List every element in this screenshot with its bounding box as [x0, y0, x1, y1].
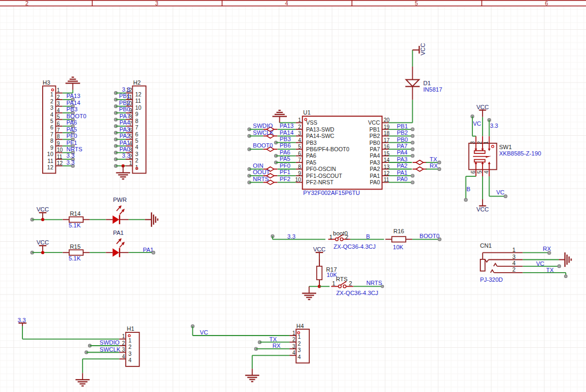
svg-text:BOOT0: BOOT0 [67, 113, 86, 119]
svg-text:VSS: VSS [306, 119, 317, 126]
svg-text:10: 10 [57, 147, 63, 153]
svg-text:OIN: OIN [253, 162, 263, 169]
svg-text:XKB8585-Z-190: XKB8585-Z-190 [499, 150, 541, 157]
svg-text:5.1K: 5.1K [69, 222, 81, 228]
svg-text:ZX-QC36-4.3CJ: ZX-QC36-4.3CJ [336, 290, 378, 296]
svg-text:5: 5 [298, 144, 301, 150]
svg-text:10: 10 [47, 151, 53, 157]
svg-text:PB2: PB2 [397, 129, 408, 136]
svg-text:1: 1 [292, 330, 295, 336]
svg-text:8: 8 [50, 137, 53, 144]
svg-text:5: 5 [57, 114, 60, 120]
svg-text:PA1: PA1 [119, 140, 130, 146]
svg-text:PB3: PB3 [67, 106, 78, 112]
svg-text:H2: H2 [133, 79, 141, 86]
svg-text:4: 4 [285, 0, 288, 6]
svg-text:PB6/PF4-BOOT0: PB6/PF4-BOOT0 [306, 146, 349, 152]
svg-text:VCC: VCC [36, 239, 49, 246]
svg-text:PB1: PB1 [397, 123, 408, 129]
svg-text:9: 9 [57, 141, 60, 146]
svg-text:PB3: PB3 [306, 140, 317, 146]
svg-text:4: 4 [57, 108, 60, 113]
svg-text:PF0: PF0 [280, 162, 291, 169]
svg-text:3.3: 3.3 [122, 86, 130, 93]
svg-text:PA7: PA7 [397, 143, 407, 149]
svg-text:5: 5 [50, 118, 53, 124]
svg-text:2: 2 [512, 266, 516, 273]
svg-text:3: 3 [292, 344, 295, 349]
svg-text:PA14: PA14 [280, 129, 294, 136]
svg-text:3: 3 [57, 101, 60, 107]
svg-text:3: 3 [135, 151, 139, 157]
svg-text:7: 7 [135, 124, 139, 130]
svg-text:7: 7 [57, 127, 60, 133]
svg-text:PA13: PA13 [280, 123, 294, 129]
svg-text:VCC: VCC [476, 104, 488, 110]
svg-text:PB6: PB6 [280, 142, 291, 149]
svg-text:SW1: SW1 [499, 144, 512, 150]
svg-text:4: 4 [512, 260, 516, 266]
svg-text:RX: RX [543, 246, 551, 252]
svg-text:PA1: PA1 [370, 173, 380, 179]
svg-text:R14: R14 [70, 210, 81, 217]
svg-text:4: 4 [484, 170, 489, 174]
svg-text:3: 3 [50, 104, 53, 111]
svg-text:PA14: PA14 [67, 100, 81, 106]
svg-text:PA7: PA7 [370, 146, 380, 152]
svg-text:3.3: 3.3 [67, 152, 75, 159]
svg-text:2: 2 [298, 124, 301, 130]
svg-text:2: 2 [135, 157, 139, 164]
svg-text:1: 1 [50, 91, 53, 97]
svg-text:PA0: PA0 [370, 179, 380, 185]
svg-text:NRTS: NRTS [366, 280, 382, 286]
svg-text:PA0: PA0 [119, 146, 130, 152]
svg-text:1: 1 [129, 337, 132, 344]
svg-text:PF0: PF0 [67, 133, 77, 139]
svg-text:1: 1 [330, 234, 333, 240]
svg-text:6: 6 [57, 121, 60, 127]
svg-text:3.3: 3.3 [287, 233, 295, 240]
svg-text:2: 2 [345, 234, 348, 240]
svg-text:5: 5 [135, 137, 139, 144]
svg-text:PF0-OSCIN: PF0-OSCIN [306, 166, 336, 172]
svg-text:4: 4 [298, 354, 301, 360]
svg-text:PA6: PA6 [306, 152, 316, 159]
svg-text:11: 11 [135, 97, 141, 104]
svg-text:SWDIO: SWDIO [253, 123, 273, 129]
svg-text:2: 2 [122, 340, 125, 346]
svg-text:2: 2 [129, 344, 132, 350]
svg-text:3: 3 [129, 350, 132, 357]
svg-text:3.3: 3.3 [67, 159, 75, 166]
svg-text:PA13: PA13 [67, 93, 81, 99]
svg-text:2: 2 [25, 0, 28, 6]
svg-text:PA2: PA2 [119, 133, 130, 139]
svg-text:PA4: PA4 [397, 149, 407, 156]
svg-text:SWCLK: SWCLK [253, 129, 274, 136]
svg-text:PA4: PA4 [119, 119, 130, 126]
svg-text:PY32F002AF15P6TU: PY32F002AF15P6TU [303, 190, 360, 196]
svg-text:RX: RX [272, 342, 281, 349]
svg-text:PF1: PF1 [67, 140, 77, 146]
svg-text:R15: R15 [70, 243, 81, 250]
svg-text:6: 6 [50, 124, 53, 130]
svg-text:4: 4 [298, 137, 301, 143]
svg-text:ZX-QC36-4.3CJ: ZX-QC36-4.3CJ [334, 243, 376, 250]
svg-text:PF2: PF2 [280, 176, 291, 182]
svg-text:IN5817: IN5817 [423, 86, 442, 93]
svg-text:PB2: PB2 [119, 100, 130, 106]
svg-text:5.1K: 5.1K [69, 255, 81, 262]
svg-text:VC: VC [536, 260, 544, 267]
svg-text:8: 8 [298, 164, 301, 170]
svg-text:11: 11 [47, 158, 53, 164]
svg-text:8: 8 [135, 118, 139, 124]
svg-text:12: 12 [47, 164, 53, 170]
svg-text:5: 5 [477, 170, 483, 174]
svg-text:TX: TX [269, 336, 277, 342]
svg-text:PA4: PA4 [370, 152, 380, 159]
svg-text:2: 2 [50, 98, 53, 104]
svg-text:PB3: PB3 [280, 136, 291, 142]
svg-text:PB0: PB0 [370, 140, 380, 146]
svg-text:PA5: PA5 [280, 156, 291, 162]
svg-text:1: 1 [57, 87, 60, 93]
svg-text:RX: RX [430, 162, 438, 169]
